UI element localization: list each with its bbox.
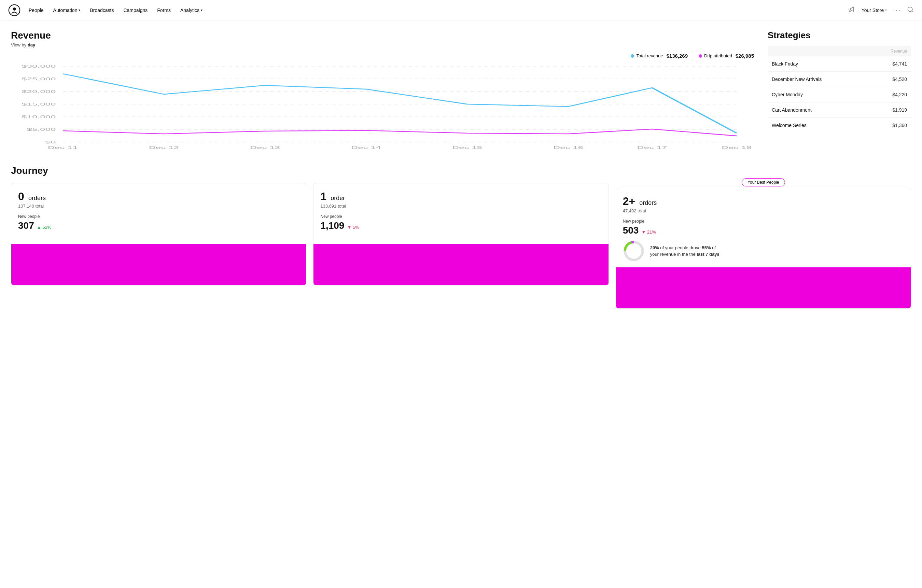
nav-right: Your Store ▾ ··· [848,5,914,15]
strategy-row: December New Arrivals $4,520 [768,72,911,87]
svg-text:Dec 14: Dec 14 [351,145,381,150]
new-people-label: New people [320,214,602,219]
svg-text:Dec 16: Dec 16 [553,145,583,150]
revenue-title: Revenue [11,30,754,41]
view-by-day-link[interactable]: day [28,42,35,47]
svg-text:$20,000: $20,000 [21,90,56,93]
svg-text:$30,000: $30,000 [21,64,56,68]
nav-people[interactable]: People [29,8,44,13]
store-dropdown[interactable]: Your Store ▾ [862,8,887,13]
card-total: 107,140 total [18,204,299,209]
strategies-title: Strategies [768,30,911,41]
store-name: Your Store [862,8,884,13]
nav-analytics[interactable]: Analytics ▾ [180,8,203,13]
strategy-row: Welcome Series $1,360 [768,118,911,133]
drip-dot [699,54,702,58]
strategy-name: Cyber Monday [768,87,868,103]
view-by: View by day [11,42,754,47]
card-content: 2+ orders 47,492 total New people 503 ▼ … [616,188,911,267]
drip-label: Drip attributed [704,53,732,59]
strategy-revenue: $4,520 [868,72,911,87]
nav-forms[interactable]: Forms [157,8,171,13]
card-content: 0 orders 107,140 total New people 307 ▲ … [11,183,306,244]
card-orders: 0 orders [18,190,299,203]
change-indicator: ▼ 21% [641,229,656,235]
svg-text:Dec 17: Dec 17 [637,145,667,150]
new-people-value: 1,109 [320,220,344,231]
navbar: People Automation ▾ Broadcasts Campaigns… [0,0,922,21]
strategy-row: Cart Abandonment $1,919 [768,103,911,118]
card-total: 47,492 total [623,208,904,213]
donut-container: 20% of your people drove 55% of your rev… [623,240,904,262]
svg-text:$25,000: $25,000 [21,77,56,81]
revenue-svg: $30,000 $25,000 $20,000 $15,000 $10,000 … [11,63,754,152]
more-icon[interactable]: ··· [893,6,901,14]
card-total: 133,691 total [320,204,602,209]
donut-chart [623,240,645,262]
strategy-row: Cyber Monday $4,220 [768,87,911,103]
total-label: Total revenue [636,53,663,59]
total-dot [631,54,634,58]
nav-links: People Automation ▾ Broadcasts Campaigns… [29,8,848,13]
svg-text:$5,000: $5,000 [27,127,56,131]
svg-text:$15,000: $15,000 [21,102,56,106]
order-label: orders [639,199,657,206]
journey-card-1: 1 order 133,691 total New people 1,109 ▼… [313,183,608,309]
journey-card-2: Your Best People 2+ orders 47,492 total … [616,183,911,309]
main-content: Revenue View by day Total revenue $136,2… [0,21,922,318]
strategy-name: Cart Abandonment [768,103,868,118]
card-orders: 1 order [320,190,602,203]
megaphone-icon[interactable] [848,5,855,15]
chart-container: $30,000 $25,000 $20,000 $15,000 $10,000 … [11,63,754,152]
new-people-value: 307 [18,220,34,231]
strategy-revenue: $1,360 [868,118,911,133]
chart-legend: Total revenue $136,269 Drip attributed $… [11,53,754,59]
best-people-badge: Your Best People [742,178,785,186]
change-indicator: ▼ 5% [347,225,359,230]
strategies-col-name [768,46,868,56]
donut-text: 20% of your people drove 55% of your rev… [650,245,719,258]
revenue-strategies-row: Revenue View by day Total revenue $136,2… [11,30,911,152]
svg-text:Dec 13: Dec 13 [250,145,280,150]
journey-section: Journey 0 orders 107,140 total New peopl… [11,165,911,309]
card-bar [314,244,608,285]
chevron-down-icon: ▾ [78,8,80,12]
search-icon[interactable] [907,6,914,14]
journey-card: 2+ orders 47,492 total New people 503 ▼ … [616,188,911,309]
drip-value: $26,985 [736,53,754,59]
new-people-value: 503 [623,225,639,236]
strategies-section: Strategies Revenue Black Friday $4,741 D… [768,30,911,152]
nav-broadcasts[interactable]: Broadcasts [90,8,114,13]
strategy-revenue: $1,919 [868,103,911,118]
order-label: order [330,194,345,201]
svg-text:Dec 11: Dec 11 [48,145,78,150]
chevron-down-icon: ▾ [201,8,203,12]
svg-text:Dec 18: Dec 18 [721,145,752,150]
strategy-revenue: $4,220 [868,87,911,103]
revenue-chart-area: Revenue View by day Total revenue $136,2… [11,30,754,152]
strategies-col-revenue: Revenue [868,46,911,56]
journey-title: Journey [11,165,911,176]
strategy-name: December New Arrivals [768,72,868,87]
svg-text:Dec 15: Dec 15 [452,145,482,150]
total-value: $136,269 [667,53,688,59]
strategy-row: Black Friday $4,741 [768,56,911,72]
svg-line-3 [912,11,913,12]
nav-automation[interactable]: Automation ▾ [53,8,80,13]
store-chevron-icon: ▾ [885,8,887,12]
journey-cards: 0 orders 107,140 total New people 307 ▲ … [11,183,911,309]
journey-card: 1 order 133,691 total New people 1,109 ▼… [313,183,608,286]
card-content: 1 order 133,691 total New people 1,109 ▼… [314,183,608,244]
nav-campaigns[interactable]: Campaigns [123,8,147,13]
strategy-name: Welcome Series [768,118,868,133]
logo[interactable] [8,4,21,16]
journey-card: 0 orders 107,140 total New people 307 ▲ … [11,183,306,286]
svg-text:Dec 12: Dec 12 [149,145,179,150]
new-people-row: 1,109 ▼ 5% [320,220,602,231]
new-people-label: New people [18,214,299,219]
svg-text:$10,000: $10,000 [21,115,56,119]
strategy-name: Black Friday [768,56,868,72]
svg-text:$0: $0 [46,140,56,144]
order-num: 2+ [623,195,635,207]
journey-card-0: 0 orders 107,140 total New people 307 ▲ … [11,183,306,309]
